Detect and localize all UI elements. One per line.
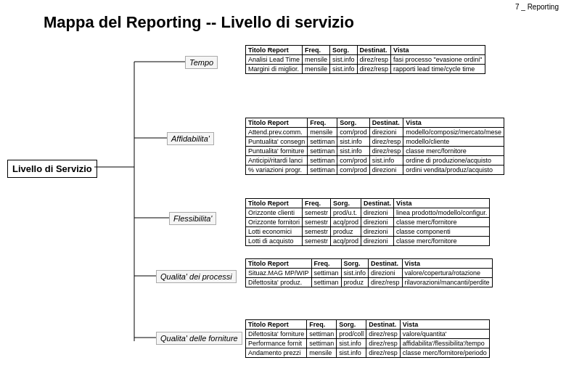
main-title: Mappa del Reporting -- Livello di serviz… <box>44 13 354 32</box>
page-number: 7 _ Reporting <box>515 3 559 11</box>
table-row: Lotti economicisemestrproduzdirezionicla… <box>246 227 490 237</box>
table-row: Difettosita' fornituresettimanprod/colld… <box>246 330 490 339</box>
table-row: % variazioni progr.settimancom/proddirez… <box>246 166 504 175</box>
category-tempo: Tempo <box>185 56 218 69</box>
table-row: Lotti di acquistosemestracq/proddirezion… <box>246 237 490 246</box>
table-row: Puntualita' consegnsettimansist.infodire… <box>246 137 504 147</box>
category-affidabilita: Affidabilita' <box>167 132 214 145</box>
table-row: Performance fornitsettimansist.infodirez… <box>246 339 490 348</box>
category-qualita-proc: Qualita' dei processi <box>156 270 237 283</box>
livello-servizio-label: Livello di Servizio <box>7 160 97 178</box>
table-flessibilita: Titolo Report Freq. Sorg. Destinat. Vist… <box>245 198 490 246</box>
table-row: Orizzonte clientisemestrprod/u.t.direzio… <box>246 208 490 218</box>
category-flessibilita: Flessibilita' <box>169 212 216 225</box>
table-row: Difettosita' produz.settimanproduzdirez/… <box>246 278 493 287</box>
table-row: Anticipi/ritardi lancisettimancom/prodsi… <box>246 156 504 166</box>
table-affidabilita: Titolo Report Freq. Sorg. Destinat. Vist… <box>245 118 504 175</box>
table-row: Analisi Lead Timemensilesist.infodirez/r… <box>246 55 485 65</box>
table-qualita-proc: Titolo Report Freq. Sorg. Destinat. Vist… <box>245 258 493 287</box>
table-row: Attend.prev.comm.mensilecom/proddirezion… <box>246 128 504 137</box>
table-tempo: Titolo Report Freq. Sorg. Destinat. Vist… <box>245 45 485 74</box>
table-row: Margini di miglior.mensilesist.infodirez… <box>246 65 485 74</box>
category-qualita-forn: Qualita' delle forniture <box>156 332 242 345</box>
table-row: Situaz.MAG MP/WIPsettimansist.infodirezi… <box>246 269 493 278</box>
table-row: Puntualita' fornituresettimansist.infodi… <box>246 147 504 156</box>
table-row: Andamento prezzimensilesist.infodirez/re… <box>246 348 490 358</box>
table-row: Orizzonte fornitorisemestracq/proddirezi… <box>246 218 490 227</box>
table-qualita-forn: Titolo Report Freq. Sorg. Destinat. Vist… <box>245 319 490 358</box>
